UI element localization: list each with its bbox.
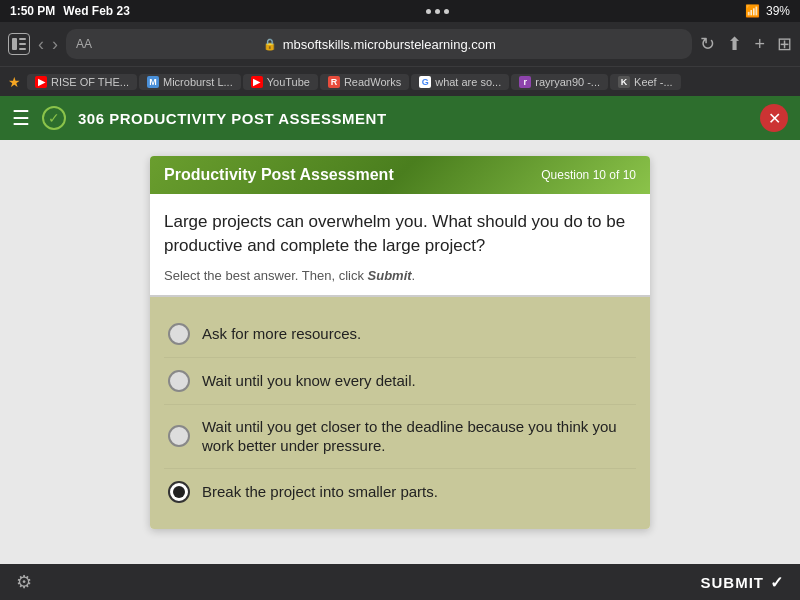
bookmark-youtube[interactable]: ▶ YouTube [243,74,318,90]
submit-label: SUBMIT [701,574,765,591]
browser-chrome: ‹ › AA 🔒 mbsoftskills.microburstelearnin… [0,22,800,66]
bookmarks-bar: ★ ▶ RISE OF THE... M Microburst L... ▶ Y… [0,66,800,96]
submit-button[interactable]: SUBMIT ✓ [701,573,785,592]
answer-option-3[interactable]: Wait until you get closer to the deadlin… [164,405,636,469]
microburst-label: Microburst L... [163,76,233,88]
status-bar: 1:50 PM Wed Feb 23 📶 39% [0,0,800,22]
bookmark-keef[interactable]: K Keef -... [610,74,681,90]
bookmark-rise[interactable]: ▶ RISE OF THE... [27,74,137,90]
keef-label: Keef -... [634,76,673,88]
card-body: Large projects can overwhelm you. What s… [150,194,650,297]
submit-checkmark: ✓ [770,573,784,592]
assessment-card: Productivity Post Assessment Question 10… [150,156,650,529]
bookmark-microburst[interactable]: M Microburst L... [139,74,241,90]
ray-label: rayryan90 -... [535,76,600,88]
svg-rect-1 [19,38,26,40]
status-left: 1:50 PM Wed Feb 23 [10,4,130,18]
readworks-label: ReadWorks [344,76,401,88]
card-header: Productivity Post Assessment Question 10… [150,156,650,194]
header-check-icon: ✓ [42,106,66,130]
microburst-favicon: M [147,76,159,88]
bookmark-readworks[interactable]: R ReadWorks [320,74,409,90]
rise-label: RISE OF THE... [51,76,129,88]
answer-label-4: Break the project into smaller parts. [202,482,438,502]
bookmark-ray[interactable]: r rayryan90 -... [511,74,608,90]
google-favicon: G [419,76,431,88]
header-title: 306 PRODUCTIVITY POST ASSESSMENT [78,110,387,127]
lock-icon: 🔒 [263,38,277,51]
answer-label-2: Wait until you know every detail. [202,371,416,391]
submit-word: Submit [368,268,412,283]
answer-option-2[interactable]: Wait until you know every detail. [164,358,636,405]
question-counter: Question 10 of 10 [541,168,636,182]
battery: 39% [766,4,790,18]
reload-icon[interactable]: ↻ [700,33,715,55]
forward-button[interactable]: › [52,35,58,53]
keef-favicon: K [618,76,630,88]
ray-favicon: r [519,76,531,88]
page-area: Productivity Post Assessment Question 10… [0,140,800,564]
app-header: ☰ ✓ 306 PRODUCTIVITY POST ASSESSMENT ✕ [0,96,800,140]
youtube-label: YouTube [267,76,310,88]
status-right: 📶 39% [745,4,790,18]
hamburger-button[interactable]: ☰ [12,106,30,130]
google-label: what are so... [435,76,501,88]
time: 1:50 PM [10,4,55,18]
instruction-prefix: Select the best answer. Then, click [164,268,364,283]
star-icon: ★ [8,74,21,90]
question-text: Large projects can overwhelm you. What s… [164,210,636,258]
back-button[interactable]: ‹ [38,35,44,53]
radio-1[interactable] [168,323,190,345]
radio-4-inner [173,486,185,498]
aa-label: AA [76,37,92,51]
address-bar[interactable]: AA 🔒 mbsoftskills.microburstelearning.co… [66,29,692,59]
svg-rect-2 [19,43,26,45]
close-button[interactable]: ✕ [760,104,788,132]
date: Wed Feb 23 [63,4,129,18]
answer-label-1: Ask for more resources. [202,324,361,344]
answer-label-3: Wait until you get closer to the deadlin… [202,417,632,456]
answers-section: Ask for more resources. Wait until you k… [150,297,650,529]
tabs-icon[interactable]: ⊞ [777,33,792,55]
sidebar-button[interactable] [8,33,30,55]
youtube-favicon: ▶ [251,76,263,88]
bottom-bar: ⚙ SUBMIT ✓ [0,564,800,600]
answer-option-4[interactable]: Break the project into smaller parts. [164,469,636,515]
readworks-favicon: R [328,76,340,88]
assessment-title: Productivity Post Assessment [164,166,394,184]
browser-actions: ↻ ⬆ + ⊞ [700,33,792,55]
svg-rect-3 [19,48,26,50]
gear-icon[interactable]: ⚙ [16,571,32,593]
answer-option-1[interactable]: Ask for more resources. [164,311,636,358]
radio-4[interactable] [168,481,190,503]
status-dots [426,9,449,14]
content-wrapper: ☰ ✓ 306 PRODUCTIVITY POST ASSESSMENT ✕ P… [0,96,800,600]
instruction-text: Select the best answer. Then, click Subm… [164,268,636,283]
wifi-icon: 📶 [745,4,760,18]
radio-3[interactable] [168,425,190,447]
svg-rect-0 [12,38,17,50]
share-icon[interactable]: ⬆ [727,33,742,55]
url-text: mbsoftskills.microburstelearning.com [283,37,496,52]
rise-favicon: ▶ [35,76,47,88]
bookmark-google[interactable]: G what are so... [411,74,509,90]
radio-2[interactable] [168,370,190,392]
add-tab-icon[interactable]: + [754,34,765,55]
